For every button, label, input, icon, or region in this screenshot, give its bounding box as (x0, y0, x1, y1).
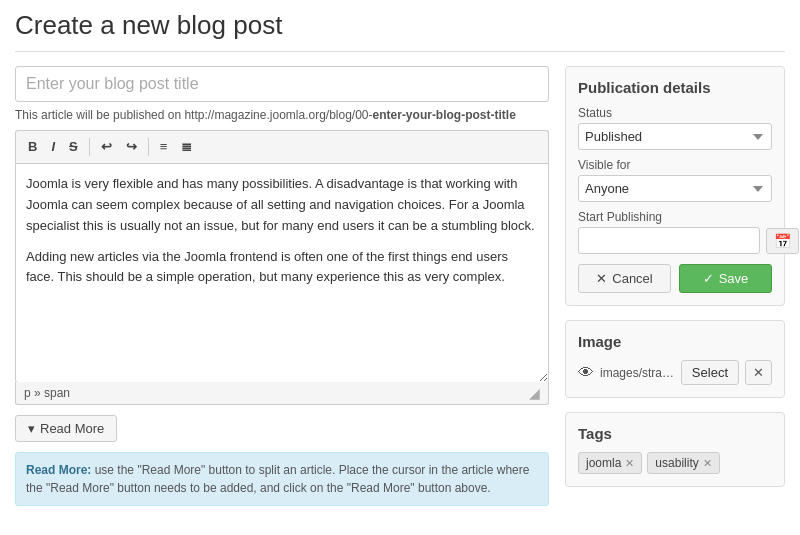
info-box-text: use the "Read More" button to split an a… (26, 463, 529, 495)
editor-area[interactable]: Joomla is very flexible and has many pos… (15, 163, 549, 383)
ordered-list-button[interactable]: ≣ (175, 135, 198, 159)
unordered-list-button[interactable]: ≡ (154, 135, 174, 159)
editor-paragraph-2: Adding new articles via the Joomla front… (26, 247, 538, 289)
save-label: Save (719, 271, 749, 286)
editor-paragraph-1: Joomla is very flexible and has many pos… (26, 174, 538, 236)
resize-handle: ◢ (529, 385, 540, 401)
calendar-icon: 📅 (774, 233, 791, 249)
visible-select[interactable]: Anyone Registered Special (578, 175, 772, 202)
tag-usability: usability ✕ (647, 452, 719, 474)
eye-icon: 👁 (578, 364, 594, 382)
save-button[interactable]: ✓ Save (679, 264, 772, 293)
sidebar-column: Publication details Status Published Unp… (565, 66, 785, 501)
url-preview: This article will be published on http:/… (15, 108, 549, 122)
status-label: Status (578, 106, 772, 120)
bold-button[interactable]: B (22, 135, 43, 159)
tags-row: joomla ✕ usability ✕ (578, 452, 772, 474)
read-more-info-box: Read More: use the "Read More" button to… (15, 452, 549, 506)
cancel-button[interactable]: ✕ Cancel (578, 264, 671, 293)
cancel-icon: ✕ (596, 271, 607, 286)
tag-usability-remove[interactable]: ✕ (703, 457, 712, 470)
start-publishing-label: Start Publishing (578, 210, 772, 224)
tags-panel-title: Tags (578, 425, 772, 442)
start-publishing-row: 📅 (578, 227, 772, 254)
read-more-chevron: ▾ (28, 421, 35, 436)
status-select[interactable]: Published Unpublished Archived Trashed (578, 123, 772, 150)
tag-usability-label: usability (655, 456, 698, 470)
action-buttons-row: ✕ Cancel ✓ Save (578, 264, 772, 293)
image-select-button[interactable]: Select (681, 360, 739, 385)
url-prefix: This article will be published on http:/… (15, 108, 373, 122)
calendar-button[interactable]: 📅 (766, 228, 799, 254)
image-filename: images/strand.j (600, 366, 675, 380)
publication-panel-title: Publication details (578, 79, 772, 96)
read-more-label: Read More (40, 421, 104, 436)
redo-button[interactable]: ↪ (120, 135, 143, 159)
url-slug: enter-your-blog-post-title (373, 108, 516, 122)
image-row: 👁 images/strand.j Select ✕ (578, 360, 772, 385)
editor-toolbar: B I S ↩ ↪ ≡ ≣ (15, 130, 549, 163)
strikethrough-button[interactable]: S (63, 135, 84, 159)
read-more-button[interactable]: ▾ Read More (15, 415, 117, 442)
cancel-label: Cancel (612, 271, 652, 286)
editor-path: p » span (24, 386, 70, 400)
save-icon: ✓ (703, 271, 714, 286)
visible-label: Visible for (578, 158, 772, 172)
tag-joomla-remove[interactable]: ✕ (625, 457, 634, 470)
blog-title-input[interactable] (15, 66, 549, 102)
info-box-label: Read More: (26, 463, 91, 477)
image-panel-title: Image (578, 333, 772, 350)
italic-button[interactable]: I (45, 135, 61, 159)
toolbar-separator-2 (148, 138, 149, 156)
toolbar-separator-1 (89, 138, 90, 156)
start-publishing-input[interactable] (578, 227, 760, 254)
remove-image-icon: ✕ (753, 365, 764, 380)
tags-panel: Tags joomla ✕ usability ✕ (565, 412, 785, 487)
tag-joomla: joomla ✕ (578, 452, 642, 474)
tag-joomla-label: joomla (586, 456, 621, 470)
undo-button[interactable]: ↩ (95, 135, 118, 159)
image-remove-button[interactable]: ✕ (745, 360, 772, 385)
page-title: Create a new blog post (15, 10, 785, 52)
main-column: This article will be published on http:/… (15, 66, 549, 506)
publication-panel: Publication details Status Published Unp… (565, 66, 785, 306)
editor-status-bar: p » span ◢ (15, 382, 549, 405)
image-panel: Image 👁 images/strand.j Select ✕ (565, 320, 785, 398)
